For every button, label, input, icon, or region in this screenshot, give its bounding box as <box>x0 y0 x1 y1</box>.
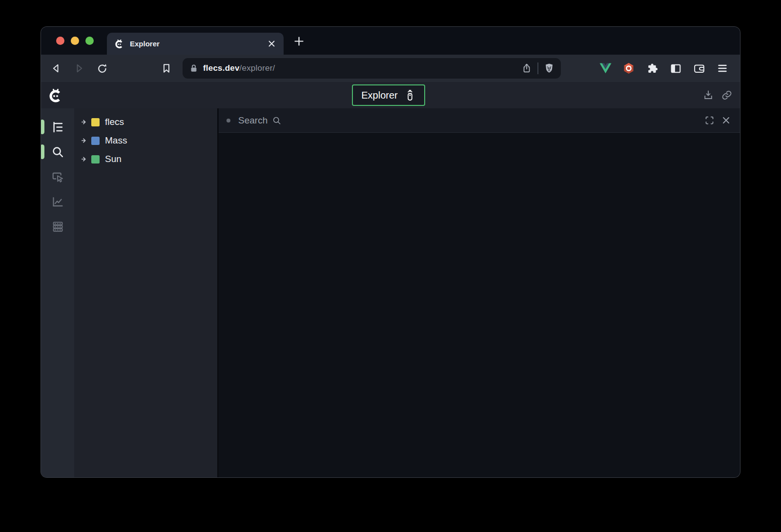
entity-color-swatch <box>91 137 100 145</box>
menu-hamburger-icon[interactable] <box>716 61 729 75</box>
extensions-row <box>598 61 740 75</box>
entity-label: Mass <box>105 135 127 146</box>
tree-row-flecs[interactable]: flecs <box>74 113 217 131</box>
traffic-lights <box>56 27 94 55</box>
search-panel-active-indicator <box>41 144 44 159</box>
share-icon[interactable] <box>521 62 533 74</box>
entity-tree-panel: flecs Mass Sun <box>74 108 217 477</box>
browser-tab[interactable]: Explorer <box>107 33 284 55</box>
expand-chevron-icon[interactable] <box>81 156 88 163</box>
brave-shield-icon[interactable] <box>543 62 555 74</box>
chart-view-icon[interactable] <box>41 191 74 212</box>
flecs-logo-icon[interactable] <box>48 87 63 103</box>
icon-rail <box>41 108 74 477</box>
reload-icon[interactable] <box>95 61 109 76</box>
tree-view-icon[interactable] <box>41 116 74 138</box>
fullscreen-icon[interactable] <box>704 115 715 125</box>
explorer-content: flecs Mass Sun <box>41 108 740 477</box>
search-panel-title[interactable]: Search <box>238 115 267 126</box>
forward-icon <box>72 61 86 76</box>
explorer-header: Explorer <box>41 82 740 108</box>
header-actions <box>702 82 733 108</box>
close-panel-icon[interactable] <box>721 115 731 125</box>
bookmark-icon[interactable] <box>159 61 174 76</box>
browser-window: Explorer <box>41 27 740 477</box>
vue-devtools-extension-icon[interactable] <box>598 61 612 75</box>
tree-row-mass[interactable]: Mass <box>74 131 217 150</box>
url-path: /explorer/ <box>240 63 275 73</box>
download-icon[interactable] <box>702 89 715 102</box>
sidebar-toggle-icon[interactable] <box>669 61 682 75</box>
hexagon-extension-icon[interactable] <box>622 61 636 75</box>
close-window-button[interactable] <box>56 37 64 45</box>
explorer-title-button[interactable]: Explorer <box>352 84 425 106</box>
search-results-area[interactable] <box>219 133 740 477</box>
search-panel: Search <box>219 108 740 477</box>
new-tab-button[interactable] <box>292 34 306 48</box>
entity-label: Sun <box>105 154 122 164</box>
entity-label: flecs <box>105 117 124 127</box>
tab-close-icon[interactable] <box>266 38 277 50</box>
tree-row-sun[interactable]: Sun <box>74 150 217 168</box>
wallet-icon[interactable] <box>692 61 706 75</box>
tab-title: Explorer <box>130 40 266 48</box>
zoom-window-button[interactable] <box>85 37 94 45</box>
expand-chevron-icon[interactable] <box>81 137 88 144</box>
url-text: flecs.dev/explorer/ <box>203 63 521 73</box>
panel-status-dot <box>226 119 230 123</box>
table-view-icon[interactable] <box>41 216 74 237</box>
minimize-window-button[interactable] <box>71 37 79 45</box>
inspector-view-icon[interactable] <box>41 166 74 187</box>
remote-connected-icon <box>404 89 416 102</box>
entity-color-swatch <box>91 118 100 126</box>
url-host: flecs.dev <box>203 63 240 73</box>
address-bar[interactable]: flecs.dev/explorer/ <box>183 58 561 79</box>
navigation-bar: flecs.dev/explorer/ <box>41 55 740 82</box>
back-icon[interactable] <box>49 61 63 76</box>
entity-color-swatch <box>91 155 100 164</box>
tab-bar: Explorer <box>41 27 740 55</box>
tab-favicon-flecs-icon <box>114 39 124 49</box>
tree-panel-active-indicator <box>41 120 44 134</box>
extensions-puzzle-icon[interactable] <box>645 61 659 75</box>
lock-icon <box>189 63 199 73</box>
address-bar-divider <box>537 62 538 74</box>
search-view-icon[interactable] <box>41 141 74 163</box>
search-panel-header: Search <box>219 108 740 133</box>
explorer-title: Explorer <box>361 90 397 101</box>
expand-chevron-icon[interactable] <box>81 119 88 125</box>
share-link-icon[interactable] <box>720 89 733 102</box>
search-icon[interactable] <box>271 115 282 125</box>
